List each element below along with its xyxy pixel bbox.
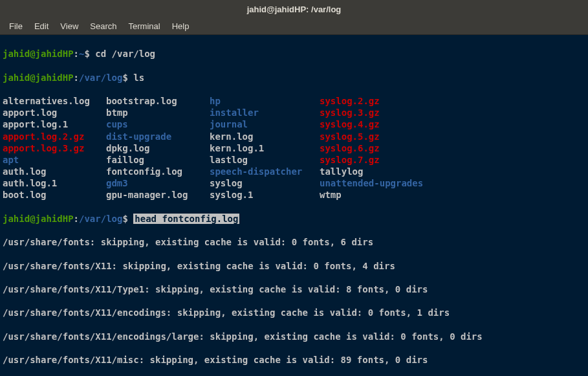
command-text: cd /var/log	[95, 49, 155, 59]
list-item: apport.log.3.gz	[3, 142, 106, 154]
menu-search[interactable]: Search	[85, 19, 122, 33]
list-item: syslog.6.gz	[320, 142, 449, 154]
list-item: speech-dispatcher	[210, 166, 320, 177]
prompt-line: jahid@jahidHP:/var/log$ ls	[3, 72, 585, 83]
list-item: syslog.3.gz	[320, 107, 449, 118]
list-item: syslog.2.gz	[320, 95, 449, 107]
list-item: faillog	[106, 154, 210, 166]
list-item: dist-upgrade	[106, 131, 210, 142]
prompt-user: jahid@jahidHP	[3, 72, 74, 83]
list-item: cups	[106, 118, 210, 130]
prompt-line: jahid@jahidHP:~$ cd /var/log	[3, 48, 585, 60]
output-line: /usr/share/fonts/X11: skipping, existing…	[3, 260, 585, 272]
list-item: auth.log	[3, 166, 106, 177]
list-item: syslog.4.gz	[320, 118, 449, 130]
prompt-line: jahid@jahidHP:/var/log$ head fontconfig.…	[3, 213, 585, 225]
window-title: jahid@jahidHP: /var/log	[247, 5, 342, 14]
terminal-area[interactable]: jahid@jahidHP:~$ cd /var/log jahid@jahid…	[0, 35, 588, 376]
list-item: boot.log	[3, 189, 106, 201]
list-item: apt	[3, 154, 106, 166]
output-line: /usr/share/fonts/X11/misc: skipping, exi…	[3, 354, 585, 366]
prompt-path: /var/log	[79, 214, 122, 224]
list-item: unattended-upgrades	[320, 177, 449, 189]
list-item: syslog.7.gz	[320, 154, 449, 166]
output-line: /usr/share/fonts/X11/encodings/large: sk…	[3, 331, 585, 342]
list-item: syslog.1	[210, 189, 320, 201]
list-item: btmp	[106, 107, 210, 118]
list-item: apport.log.2.gz	[3, 131, 106, 142]
list-item: lastlog	[210, 154, 320, 166]
list-item: kern.log	[210, 131, 320, 142]
list-item: kern.log.1	[210, 142, 320, 154]
highlighted-command: head fontconfig.log	[133, 214, 239, 224]
ls-listing: alternatives.logbootstrap.loghpsyslog.2.…	[3, 95, 585, 201]
list-item: apport.log.1	[3, 118, 106, 130]
prompt-path: /var/log	[79, 72, 122, 83]
output-line: /usr/share/fonts: skipping, existing cac…	[3, 236, 585, 248]
command-text: ls	[133, 72, 144, 83]
prompt-user: jahid@jahidHP	[3, 49, 74, 59]
list-item: apport.log	[3, 107, 106, 118]
list-item: tallylog	[320, 166, 449, 177]
window-titlebar: jahid@jahidHP: /var/log	[0, 0, 588, 18]
list-item: syslog	[210, 177, 320, 189]
menu-edit[interactable]: Edit	[29, 19, 54, 33]
list-item: installer	[210, 107, 320, 118]
list-item: hp	[210, 95, 320, 107]
list-item: auth.log.1	[3, 177, 106, 189]
list-item: bootstrap.log	[106, 95, 210, 107]
menubar: File Edit View Search Terminal Help	[0, 18, 588, 35]
menu-terminal[interactable]: Terminal	[124, 19, 166, 33]
menu-file[interactable]: File	[4, 19, 28, 33]
output-line: /usr/share/fonts/X11/encodings: skipping…	[3, 307, 585, 318]
list-item: journal	[210, 118, 320, 130]
list-item: dpkg.log	[106, 142, 210, 154]
prompt-user: jahid@jahidHP	[3, 214, 74, 224]
list-item: syslog.5.gz	[320, 131, 449, 142]
output-line: /usr/share/fonts/X11/Type1: skipping, ex…	[3, 283, 585, 295]
menu-view[interactable]: View	[55, 19, 83, 33]
list-item: fontconfig.log	[106, 166, 210, 177]
list-item: wtmp	[320, 189, 449, 201]
list-item: alternatives.log	[3, 95, 106, 107]
menu-help[interactable]: Help	[167, 19, 195, 33]
list-item: gpu-manager.log	[106, 189, 210, 201]
list-item: gdm3	[106, 177, 210, 189]
